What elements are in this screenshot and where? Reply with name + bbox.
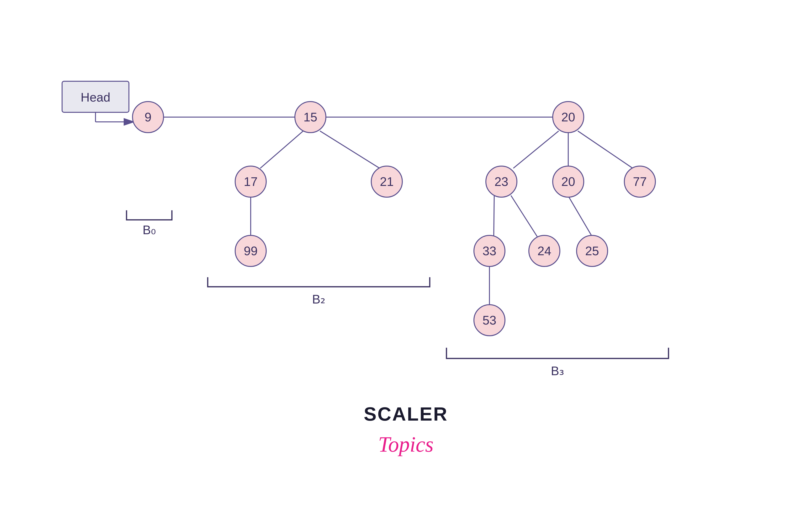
- bracket-b2: [208, 277, 430, 287]
- edge-23-24: [511, 196, 537, 237]
- edge-20-77: [578, 131, 633, 168]
- node-9-label: 9: [145, 110, 151, 124]
- bracket-b2-label: B₂: [312, 292, 326, 306]
- node-33-label: 33: [482, 244, 496, 258]
- node-20-top-label: 20: [561, 110, 575, 124]
- scaler-brand-text: SCALER: [364, 404, 448, 425]
- node-17-label: 17: [244, 175, 258, 188]
- edge-23-33: [494, 196, 494, 237]
- bracket-b3-label: B₃: [551, 364, 564, 378]
- node-23-label: 23: [495, 175, 508, 188]
- edge-15-21: [320, 131, 380, 168]
- topics-brand-text: Topics: [378, 433, 433, 456]
- node-20-mid-label: 20: [561, 175, 575, 188]
- node-15-label: 15: [304, 110, 317, 124]
- bracket-b0-label: B₀: [143, 223, 156, 237]
- node-24-label: 24: [537, 244, 551, 258]
- edge-20-23: [513, 131, 559, 168]
- node-77-label: 77: [633, 175, 647, 188]
- head-label: Head: [81, 90, 110, 104]
- node-25-label: 25: [585, 244, 599, 258]
- bracket-b3: [446, 348, 669, 359]
- node-21-label: 21: [380, 175, 394, 188]
- edge-15-17: [260, 131, 303, 168]
- bracket-b0: [127, 210, 172, 220]
- diagram-container: Head 9 15 20 17: [0, 0, 812, 520]
- edge-20mid-25: [568, 196, 592, 237]
- node-99-label: 99: [244, 244, 258, 258]
- node-53-label: 53: [482, 313, 496, 327]
